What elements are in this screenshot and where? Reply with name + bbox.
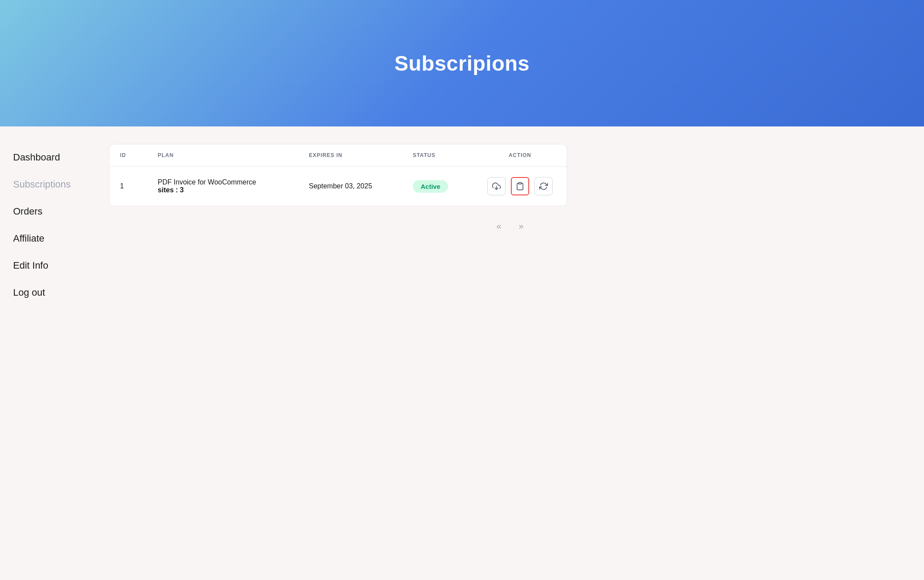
sidebar: Dashboard Subscriptions Orders Affiliate…	[0, 126, 109, 580]
table-header-row: ID PLAN EXPIRES IN STATUS ACTION	[110, 144, 567, 167]
clipboard-button[interactable]	[511, 177, 529, 195]
action-buttons	[484, 177, 556, 195]
pagination: « »	[109, 206, 911, 237]
sidebar-item-affiliate[interactable]: Affiliate	[13, 225, 96, 252]
sidebar-item-log-out[interactable]: Log out	[13, 279, 96, 306]
cell-plan: PDF Invoice for WooCommerce sites : 3	[147, 167, 298, 206]
column-header-status: STATUS	[402, 144, 473, 167]
download-button[interactable]	[487, 177, 506, 195]
prev-page-button[interactable]: «	[493, 219, 505, 233]
clipboard-icon	[516, 182, 524, 191]
cell-status: Active	[402, 167, 473, 206]
table-row: 1 PDF Invoice for WooCommerce sites : 3 …	[110, 167, 567, 206]
refresh-icon	[539, 182, 548, 191]
cell-expires: September 03, 2025	[298, 167, 402, 206]
download-icon	[492, 182, 501, 191]
cell-action	[473, 167, 567, 206]
renew-button[interactable]	[534, 177, 553, 195]
sidebar-item-orders[interactable]: Orders	[13, 198, 96, 225]
next-page-button[interactable]: »	[515, 219, 527, 233]
hero-header: Subscripions	[0, 0, 924, 126]
sidebar-nav: Dashboard Subscriptions Orders Affiliate…	[13, 144, 96, 306]
column-header-plan: PLAN	[147, 144, 298, 167]
sidebar-item-edit-info[interactable]: Edit Info	[13, 252, 96, 279]
main-layout: Dashboard Subscriptions Orders Affiliate…	[0, 126, 924, 580]
svg-rect-1	[518, 183, 521, 184]
subscriptions-table: ID PLAN EXPIRES IN STATUS ACTION 1 PDF I…	[110, 144, 567, 206]
plan-sites-label: sites : 3	[158, 186, 184, 194]
sidebar-item-dashboard[interactable]: Dashboard	[13, 144, 96, 171]
page-title: Subscripions	[394, 51, 530, 75]
plan-name: PDF Invoice for WooCommerce	[158, 178, 257, 186]
subscriptions-table-container: ID PLAN EXPIRES IN STATUS ACTION 1 PDF I…	[109, 144, 567, 206]
status-badge: Active	[413, 180, 448, 193]
content-area: ID PLAN EXPIRES IN STATUS ACTION 1 PDF I…	[109, 126, 924, 580]
column-header-id: ID	[110, 144, 147, 167]
column-header-expires: EXPIRES IN	[298, 144, 402, 167]
cell-id: 1	[110, 167, 147, 206]
sidebar-item-subscriptions[interactable]: Subscriptions	[13, 171, 96, 198]
column-header-action: ACTION	[473, 144, 567, 167]
